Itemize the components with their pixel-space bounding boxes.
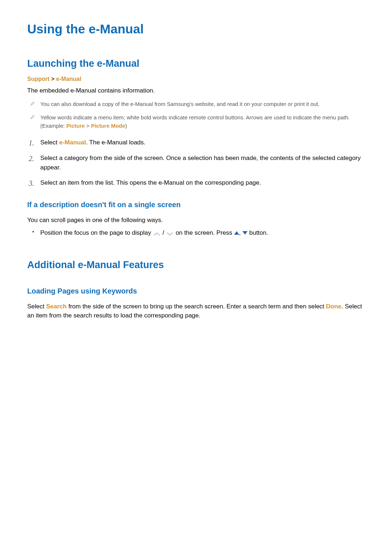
step-text: Select an item from the list. This opens… <box>40 179 261 186</box>
breadcrumb-arrow: > <box>51 76 54 82</box>
step-item: Select a category from the side of the s… <box>27 153 365 173</box>
bullet-comma: , <box>239 229 242 236</box>
menu-item-emanual: e-Manual <box>59 139 86 146</box>
breadcrumb-emanual: e-Manual <box>56 76 81 82</box>
keywords-text: Select Search from the side of the scree… <box>27 302 365 320</box>
bullet-list: Position the focus on the page to displa… <box>27 228 365 238</box>
scroll-intro: You can scroll pages in one of the follo… <box>27 216 365 225</box>
triangle-down-icon <box>242 231 248 235</box>
pencil-icon <box>30 114 35 119</box>
keywords-text-mid: from the side of the screen to bring up … <box>67 303 326 310</box>
step-text-post: . The e-Manual loads. <box>86 139 146 146</box>
bullet-text-pre: Position the focus on the page to displa… <box>40 229 153 236</box>
menu-item-done: Done <box>326 303 342 310</box>
bullet-item: Position the focus on the page to displa… <box>27 228 365 238</box>
menu-item-picture: Picture <box>66 123 85 129</box>
section-heading-launching: Launching the e-Manual <box>27 58 365 69</box>
keywords-text-pre: Select <box>27 303 46 310</box>
bullet-text-mid: on the screen. Press <box>176 229 234 236</box>
step-item: Select an item from the list. This opens… <box>27 178 365 188</box>
step-text-pre: Select <box>40 139 59 146</box>
bullet-text-post: button. <box>248 229 268 236</box>
page-title: Using the e-Manual <box>27 22 365 36</box>
step-item: Select e-Manual. The e-Manual loads. <box>27 138 365 147</box>
chevron-down-icon <box>166 230 174 236</box>
breadcrumb: Support > e-Manual <box>27 76 365 82</box>
step-text: Select a category from the side of the s… <box>40 155 361 171</box>
menu-item-search: Search <box>46 303 67 310</box>
chevron-up-icon <box>153 230 161 236</box>
numbered-steps: Select e-Manual. The e-Manual loads. Sel… <box>27 138 365 188</box>
section-heading-additional: Additional e-Manual Features <box>27 259 365 271</box>
subsection-heading-scroll: If a description doesn't fit on a single… <box>27 201 365 209</box>
note-text-after: ) <box>125 123 127 129</box>
note-item: Yellow words indicate a menu item; white… <box>27 113 365 130</box>
subsection-heading-keywords: Loading Pages using Keywords <box>27 287 365 295</box>
pencil-icon <box>30 101 35 106</box>
menu-item-picture-mode: Picture Mode <box>91 123 125 129</box>
bullet-slash: / <box>163 229 166 236</box>
note-item: You can also download a copy of the e-Ma… <box>27 100 365 108</box>
breadcrumb-support: Support <box>27 76 49 82</box>
arrow-inline: > <box>85 123 91 129</box>
triangle-up-icon <box>234 231 239 235</box>
note-list: You can also download a copy of the e-Ma… <box>27 100 365 130</box>
note-text: You can also download a copy of the e-Ma… <box>40 101 319 107</box>
intro-text: The embedded e-Manual contains informati… <box>27 86 365 95</box>
